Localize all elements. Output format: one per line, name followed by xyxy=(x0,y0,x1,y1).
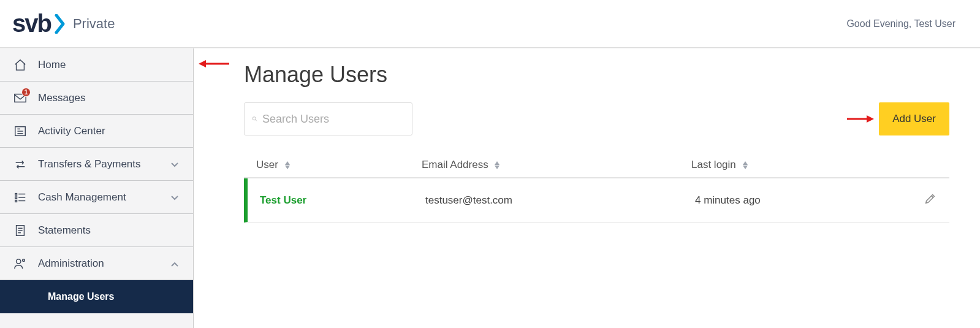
search-input[interactable] xyxy=(262,113,405,126)
list-icon xyxy=(13,191,27,204)
sidebar-item-label: Messages xyxy=(38,92,180,104)
sort-icon xyxy=(743,161,748,169)
sidebar-item-cash-management[interactable]: Cash Management xyxy=(0,181,193,214)
cell-login: 4 minutes ago xyxy=(695,194,876,207)
column-header-label: User xyxy=(256,159,278,170)
cell-actions xyxy=(876,192,937,208)
svg-point-15 xyxy=(17,259,21,263)
svg-point-18 xyxy=(253,117,256,120)
logo-suffix: Private xyxy=(73,16,115,32)
svg-rect-5 xyxy=(15,193,17,195)
sidebar-item-transfers[interactable]: Transfers & Payments xyxy=(0,148,193,181)
document-icon xyxy=(13,224,27,237)
sidebar-item-statements[interactable]: Statements xyxy=(0,214,193,247)
sidebar-item-label: Transfers & Payments xyxy=(38,158,171,170)
cell-user: Test User xyxy=(260,194,425,207)
svg-rect-6 xyxy=(15,197,17,199)
column-header-label: Email Address xyxy=(422,159,488,170)
column-header-user[interactable]: User xyxy=(256,159,422,171)
toolbar: Add User xyxy=(244,102,949,135)
sidebar-item-label: Activity Center xyxy=(38,125,180,137)
chevron-down-icon xyxy=(171,159,180,170)
edit-icon[interactable] xyxy=(924,192,937,205)
page-title: Manage Users xyxy=(244,62,949,88)
svg-line-19 xyxy=(256,120,257,121)
logo-text: svb xyxy=(12,10,51,37)
svg-rect-7 xyxy=(15,200,17,202)
sidebar-item-label: Statements xyxy=(38,224,180,237)
add-user-button[interactable]: Add User xyxy=(879,102,949,135)
sidebar-item-label: Cash Management xyxy=(38,191,171,204)
app-header: svb Private Good Evening, Test User xyxy=(0,0,980,48)
sidebar-subitem-label: Manage Users xyxy=(48,291,115,302)
sidebar-item-messages[interactable]: 1 Messages xyxy=(0,82,193,115)
column-header-email[interactable]: Email Address xyxy=(422,159,691,171)
messages-badge: 1 xyxy=(21,88,31,97)
table-header: User Email Address Last login xyxy=(244,159,949,178)
chevron-right-icon xyxy=(55,14,66,34)
sidebar-item-administration[interactable]: Administration xyxy=(0,247,193,280)
home-icon xyxy=(13,58,27,72)
sidebar: Home 1 Messages Activity Center Transfer… xyxy=(0,48,194,328)
sidebar-subitem-manage-users[interactable]: Manage Users xyxy=(0,280,193,313)
transfer-icon xyxy=(13,158,27,171)
sidebar-item-activity-center[interactable]: Activity Center xyxy=(0,115,193,148)
cell-email: testuser@test.com xyxy=(425,194,695,207)
sort-icon xyxy=(285,161,290,169)
table-row[interactable]: Test User testuser@test.com 4 minutes ag… xyxy=(244,178,949,223)
sidebar-item-home[interactable]: Home xyxy=(0,48,193,82)
column-header-label: Last login xyxy=(691,159,736,170)
search-icon xyxy=(252,114,257,124)
user-admin-icon xyxy=(13,257,27,270)
svg-line-21 xyxy=(932,196,933,197)
news-icon xyxy=(13,124,27,138)
svg-point-16 xyxy=(23,259,25,261)
sidebar-item-label: Home xyxy=(38,59,180,71)
chevron-down-icon xyxy=(171,192,180,203)
annotation-arrow-left xyxy=(197,58,230,328)
greeting-text: Good Evening, Test User xyxy=(846,18,955,29)
sort-icon xyxy=(495,161,499,169)
annotation-arrow-right xyxy=(846,113,875,124)
column-header-login[interactable]: Last login xyxy=(691,159,876,171)
search-box[interactable] xyxy=(244,102,412,135)
main-content: Manage Users Add User User Email Address xyxy=(230,48,980,328)
sidebar-item-label: Administration xyxy=(38,257,171,270)
chevron-up-icon xyxy=(171,258,180,269)
logo: svb Private xyxy=(12,10,115,37)
